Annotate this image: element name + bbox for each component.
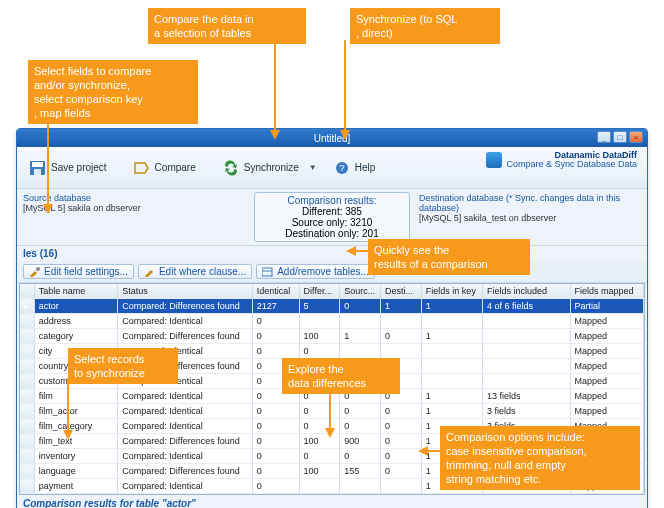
diff-section-title: Comparison results for table "actor": [17, 495, 647, 508]
arrow-synchronize: [330, 40, 360, 140]
brand-logo-icon: [486, 152, 502, 168]
col-different[interactable]: Differ...: [299, 284, 340, 299]
table-row[interactable]: addressCompared: Identical0Mapped: [20, 314, 644, 329]
add-remove-tables-button[interactable]: Add/remove tables...: [256, 264, 375, 279]
compare-icon: [133, 160, 151, 176]
callout-select-records: Select records to synchronize: [68, 348, 178, 384]
table-row[interactable]: categoryCompared: Differences found01001…: [20, 329, 644, 344]
tables-count-tab[interactable]: les (16): [17, 246, 647, 261]
svg-marker-1: [270, 130, 280, 140]
pencil-icon: [144, 267, 156, 277]
close-button[interactable]: ×: [629, 131, 643, 143]
tables-icon: [262, 267, 274, 277]
sync-icon: [222, 160, 240, 176]
svg-marker-13: [418, 446, 428, 456]
maximize-button[interactable]: □: [613, 131, 627, 143]
svg-marker-11: [325, 428, 335, 438]
dropdown-caret-icon[interactable]: ▼: [309, 163, 317, 172]
edit-where-clause-button[interactable]: Edit where clause...: [138, 264, 252, 279]
col-identical[interactable]: Identical: [252, 284, 299, 299]
col-table-name[interactable]: Table name: [34, 284, 118, 299]
minimize-button[interactable]: _: [597, 131, 611, 143]
col-source[interactable]: Sourc...: [340, 284, 381, 299]
callout-comparison-opts: Comparison options include: case insensi…: [440, 426, 640, 490]
dest-db-header: Destination database (* Sync. changes da…: [419, 193, 641, 213]
main-toolbar: Save project Compare Synchronize ▼ ?Help…: [17, 147, 647, 189]
arrow-select-fields: [38, 122, 58, 214]
dest-db-value: [MySQL 5] sakila_test on dbserver: [419, 213, 641, 223]
help-icon: ?: [333, 160, 351, 176]
compare-button[interactable]: Compare: [127, 157, 202, 179]
col-fields-mapped[interactable]: Fields mapped: [570, 284, 643, 299]
svg-marker-7: [346, 246, 356, 256]
table-toolbar: Edit field settings... Edit where clause…: [17, 261, 647, 283]
col-status[interactable]: Status: [118, 284, 252, 299]
callout-synchronize: Synchronize (to SQL , direct): [350, 8, 500, 44]
callout-see-results: Quickly see the results of a comparison: [368, 239, 530, 275]
arrow-explore-diffs: [322, 388, 338, 438]
svg-marker-9: [63, 430, 73, 440]
col-destination[interactable]: Desti...: [381, 284, 422, 299]
comparison-results-box: Comparison results: Different: 385 Sourc…: [254, 192, 410, 242]
callout-compare-tables: Compare the data in a selection of table…: [148, 8, 306, 44]
arrow-see-results: [346, 244, 370, 258]
synchronize-button[interactable]: Synchronize: [216, 157, 305, 179]
brand-badge: Datanamic DataDiffCompare & Sync Databas…: [465, 149, 643, 171]
wrench-icon: [29, 267, 41, 277]
callout-explore-diffs: Explore the data differences: [282, 358, 400, 394]
table-row[interactable]: ▸actorCompared: Differences found2127501…: [20, 299, 644, 314]
arrow-select-records: [60, 378, 76, 440]
save-project-button[interactable]: Save project: [23, 157, 113, 179]
edit-field-settings-button[interactable]: Edit field settings...: [23, 264, 134, 279]
help-button[interactable]: ?Help: [327, 157, 382, 179]
tables-header-row: Table name Status Identical Differ... So…: [20, 284, 644, 299]
col-fields-included[interactable]: Fields included: [482, 284, 570, 299]
svg-point-19: [36, 267, 40, 271]
svg-marker-5: [43, 204, 53, 214]
svg-text:?: ?: [339, 163, 344, 173]
col-fields-key[interactable]: Fields in key: [421, 284, 482, 299]
svg-rect-20: [262, 268, 272, 276]
arrow-compare: [260, 40, 290, 140]
database-summary-row: Source database [MySQL 5] sakila on dbse…: [17, 189, 647, 246]
callout-select-fields: Select fields to compare and/or synchron…: [28, 60, 198, 124]
svg-marker-3: [340, 130, 350, 140]
arrow-comparison-opts: [418, 444, 442, 458]
